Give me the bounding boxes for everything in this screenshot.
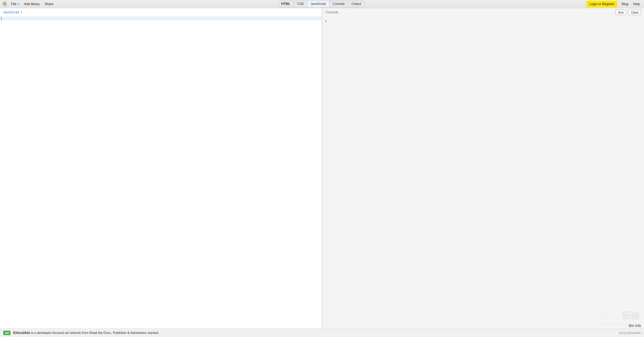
console-title: Console (326, 10, 338, 14)
console-pane-header: Console Run Clear (322, 8, 644, 16)
add-library-label: Add library (24, 2, 40, 6)
blog-label: Blog (622, 2, 628, 6)
blog-link[interactable]: Blog (619, 2, 631, 6)
svg-rect-2 (4, 3, 4, 4)
svg-rect-3 (5, 3, 6, 4)
share-menu[interactable]: Share (42, 2, 56, 6)
ad-badge: Ad (3, 331, 10, 335)
share-label: Share (45, 2, 54, 6)
login-register-button[interactable]: Login or Register (586, 1, 617, 7)
tab-output[interactable]: Output (348, 1, 364, 7)
help-label: Help (633, 2, 640, 6)
editor-language-dropdown[interactable]: JavaScript (3, 10, 22, 14)
tab-html[interactable]: HTML (278, 1, 294, 7)
tab-console[interactable]: Console (329, 1, 348, 7)
toolbar-left-group: File Add library Share (2, 1, 56, 7)
ad-attribution[interactable]: Ad by EthicalAds (619, 331, 641, 335)
tab-console-label: Console (333, 2, 345, 6)
clear-button[interactable]: Clear (628, 10, 641, 15)
tab-output-label: Output (351, 2, 361, 6)
pane-tabs: HTML CSS JavaScript Console Output (278, 0, 365, 7)
bin-info-link[interactable]: Bin info (629, 324, 641, 328)
pane-tab-group: HTML CSS JavaScript Console Output (278, 0, 365, 8)
clear-button-label: Clear (631, 11, 638, 14)
editor-cursor (1, 17, 2, 20)
console-buttons: Run Clear (616, 10, 641, 15)
editor-pane-header: JavaScript (0, 8, 322, 16)
toolbar-right-group: Login or Register Blog Help (586, 1, 642, 7)
bin-info-label: Bin info (629, 324, 641, 328)
tab-css[interactable]: CSS (294, 1, 307, 7)
jsbin-logo-icon[interactable] (2, 1, 7, 7)
run-button-label: Run (618, 11, 624, 14)
work-area: JavaScript Console Run Clear ❯ Bin in (0, 8, 644, 329)
footer-ad-bar: Ad EthicalAds is a developer-focused ad … (0, 329, 644, 337)
login-register-label: Login or Register (589, 2, 614, 6)
add-library-menu[interactable]: Add library (22, 2, 42, 6)
top-toolbar: File Add library Share HTML CSS JavaScri… (0, 0, 644, 8)
ad-brand[interactable]: EthicalAds (13, 331, 30, 335)
console-prompt-icon: ❯ (325, 19, 327, 23)
tab-css-label: CSS (297, 2, 304, 6)
help-link[interactable]: Help (631, 2, 642, 6)
console-body[interactable]: ❯ (322, 16, 644, 329)
ad-text[interactable]: is a developer-focused ad network from R… (31, 331, 159, 335)
editor-pane: JavaScript (0, 8, 322, 329)
tab-javascript[interactable]: JavaScript (307, 1, 329, 7)
tab-html-label: HTML (281, 2, 290, 6)
code-editor[interactable] (0, 16, 322, 329)
editor-current-line-highlight (0, 16, 322, 20)
tab-javascript-label: JavaScript (310, 2, 326, 6)
file-menu[interactable]: File (8, 2, 22, 6)
run-button[interactable]: Run (616, 10, 626, 15)
file-menu-label: File (11, 2, 16, 6)
console-pane: Console Run Clear ❯ Bin info Baidu 经验 ji… (322, 8, 644, 329)
editor-language-label: JavaScript (3, 10, 19, 14)
